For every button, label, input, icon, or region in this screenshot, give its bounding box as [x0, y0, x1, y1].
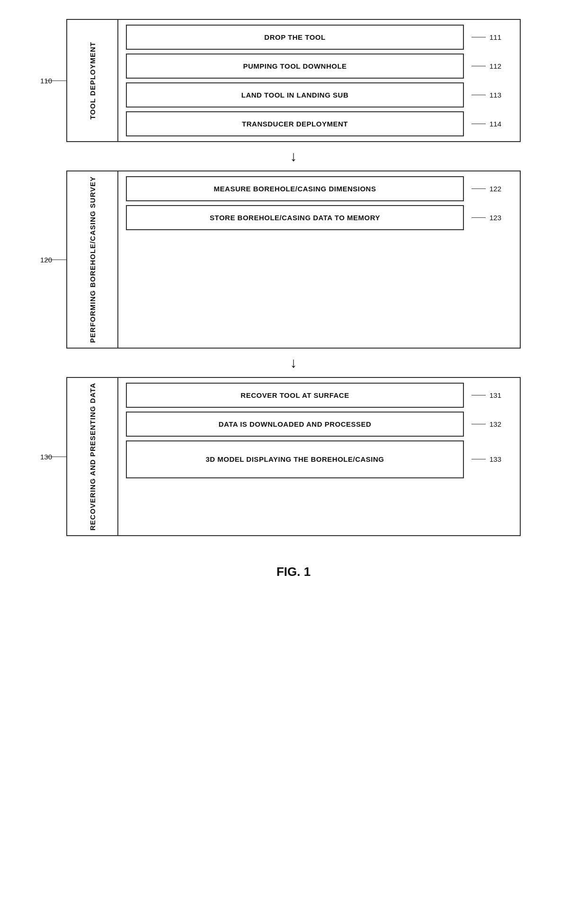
ref-111: 111 — [486, 33, 514, 41]
ref-123-line — [471, 217, 486, 218]
step-123: STORE BOREHOLE/CASING DATA TO MEMORY — [126, 205, 464, 230]
ref-113-line — [471, 95, 486, 95]
ref-122-line — [471, 188, 486, 189]
ref-114-line — [471, 124, 486, 124]
ref-113: 113 — [486, 91, 514, 99]
step-122: MEASURE BOREHOLE/CASING DIMENSIONS — [126, 176, 464, 201]
ref-122-group: 122 — [471, 185, 520, 193]
section-110-steps: DROP THE TOOL 111 PUMPING TOOL DOWNHOLE … — [118, 19, 521, 142]
step-row-111: DROP THE TOOL 111 — [118, 25, 520, 50]
arrow-1: ↓ — [66, 142, 521, 170]
ref-112-line — [471, 66, 486, 66]
ref-110-line — [45, 81, 66, 81]
step-row-123: STORE BOREHOLE/CASING DATA TO MEMORY 123 — [118, 205, 520, 230]
step-inner-113: LAND TOOL IN LANDING SUB — [118, 82, 471, 108]
section-130-steps: RECOVER TOOL AT SURFACE 131 DATA IS DOWN… — [118, 377, 521, 536]
step-inner-133: 3D MODEL DISPLAYING THE BOREHOLE/CASING — [118, 440, 471, 478]
step-row-113: LAND TOOL IN LANDING SUB 113 — [118, 82, 520, 108]
step-row-133: 3D MODEL DISPLAYING THE BOREHOLE/CASING … — [118, 440, 520, 478]
ref-111-line — [471, 37, 486, 37]
section-110-block: TOOL DEPLOYMENT DROP THE TOOL 111 — [66, 19, 521, 142]
step-inner-112: PUMPING TOOL DOWNHOLE — [118, 54, 471, 79]
ref-133: 133 — [486, 455, 514, 463]
step-row-132: DATA IS DOWNLOADED AND PROCESSED 132 — [118, 412, 520, 437]
ref-111-group: 111 — [471, 33, 520, 41]
step-inner-131: RECOVER TOOL AT SURFACE — [118, 383, 471, 408]
section-110-wrapper: 110 TOOL DEPLOYMENT DROP THE TOOL 111 — [66, 19, 521, 142]
step-inner-123: STORE BOREHOLE/CASING DATA TO MEMORY — [118, 205, 471, 230]
section-110-label: TOOL DEPLOYMENT — [89, 42, 97, 119]
arrow-1-symbol: ↓ — [290, 148, 297, 164]
ref-123: 123 — [486, 214, 514, 222]
step-131: RECOVER TOOL AT SURFACE — [126, 383, 464, 408]
step-inner-111: DROP THE TOOL — [118, 25, 471, 50]
section-120-wrapper: 120 PERFORMING BOREHOLE/CASING SURVEY ME… — [66, 170, 521, 349]
step-133: 3D MODEL DISPLAYING THE BOREHOLE/CASING — [126, 440, 464, 478]
section-120-label-box: PERFORMING BOREHOLE/CASING SURVEY — [66, 170, 118, 349]
step-row-131: RECOVER TOOL AT SURFACE 131 — [118, 383, 520, 408]
ref-114: 114 — [486, 120, 514, 128]
step-113: LAND TOOL IN LANDING SUB — [126, 82, 464, 108]
step-111: DROP THE TOOL — [126, 25, 464, 50]
ref-132-line — [471, 424, 486, 424]
ref-133-line — [471, 459, 486, 459]
ref-112-group: 112 — [471, 62, 520, 70]
ref-131: 131 — [486, 391, 514, 399]
ref-114-group: 114 — [471, 120, 520, 128]
ref-131-line — [471, 395, 486, 395]
ref-122: 122 — [486, 185, 514, 193]
ref-133-group: 133 — [471, 455, 520, 463]
section-130-block: RECOVERING AND PRESENTING DATA RECOVER T… — [66, 377, 521, 536]
section-120-label: PERFORMING BOREHOLE/CASING SURVEY — [89, 176, 97, 343]
step-inner-122: MEASURE BOREHOLE/CASING DIMENSIONS — [118, 176, 471, 201]
diagram-container: 110 TOOL DEPLOYMENT DROP THE TOOL 111 — [0, 0, 587, 608]
ref-112: 112 — [486, 62, 514, 70]
figure-caption: FIG. 1 — [28, 565, 559, 579]
step-112: PUMPING TOOL DOWNHOLE — [126, 54, 464, 79]
section-130-wrapper: 130 RECOVERING AND PRESENTING DATA RECOV… — [66, 377, 521, 536]
section-110-label-box: TOOL DEPLOYMENT — [66, 19, 118, 142]
ref-120-line — [45, 260, 66, 260]
step-114: TRANSDUCER DEPLOYMENT — [126, 111, 464, 136]
step-132: DATA IS DOWNLOADED AND PROCESSED — [126, 412, 464, 437]
arrow-2-symbol: ↓ — [290, 355, 297, 371]
step-inner-114: TRANSDUCER DEPLOYMENT — [118, 111, 471, 136]
section-130-label: RECOVERING AND PRESENTING DATA — [89, 383, 97, 530]
section-130-label-box: RECOVERING AND PRESENTING DATA — [66, 377, 118, 536]
ref-123-group: 123 — [471, 214, 520, 222]
ref-130-line — [45, 457, 66, 457]
step-inner-132: DATA IS DOWNLOADED AND PROCESSED — [118, 412, 471, 437]
arrow-2: ↓ — [66, 349, 521, 377]
step-row-114: TRANSDUCER DEPLOYMENT 114 — [118, 111, 520, 136]
ref-113-group: 113 — [471, 91, 520, 99]
ref-132: 132 — [486, 420, 514, 428]
ref-132-group: 132 — [471, 420, 520, 428]
ref-131-group: 131 — [471, 391, 520, 399]
step-row-122: MEASURE BOREHOLE/CASING DIMENSIONS 122 — [118, 176, 520, 201]
step-row-112: PUMPING TOOL DOWNHOLE 112 — [118, 54, 520, 79]
section-120-block: PERFORMING BOREHOLE/CASING SURVEY MEASUR… — [66, 170, 521, 349]
section-120-steps: MEASURE BOREHOLE/CASING DIMENSIONS 122 S… — [118, 170, 521, 349]
